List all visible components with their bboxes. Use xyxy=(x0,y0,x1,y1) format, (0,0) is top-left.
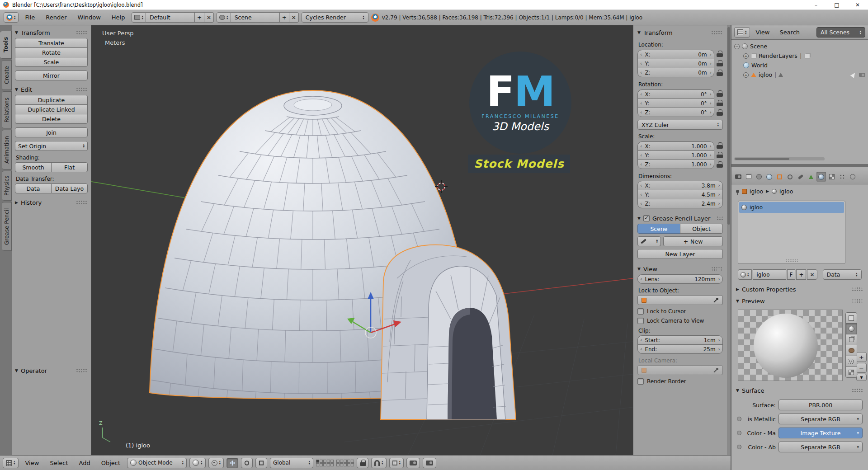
opengl-render-button[interactable] xyxy=(406,458,420,468)
grease-scene-tab[interactable]: Scene xyxy=(637,224,680,234)
expand-icon[interactable]: + xyxy=(743,72,749,78)
lock-icon[interactable] xyxy=(717,142,723,149)
tab-relations[interactable]: Relations xyxy=(2,91,12,128)
panel-grip-icon[interactable] xyxy=(852,388,863,393)
layers-widget-right[interactable] xyxy=(336,460,354,466)
rotation-x-field[interactable]: ‹X:0°› xyxy=(637,89,714,99)
material-name-field[interactable]: igloo xyxy=(753,269,786,280)
menu-view[interactable]: View xyxy=(752,29,774,36)
panel-history-header[interactable]: ▶ History xyxy=(15,197,88,208)
rotation-y-field[interactable]: ‹Y:0°› xyxy=(637,99,714,108)
outliner-row-scene[interactable]: − Scene xyxy=(731,42,868,51)
lens-field[interactable]: ‹Lens:120mm› xyxy=(637,274,723,284)
npanel-scrollbar[interactable] xyxy=(727,25,731,455)
delete-button[interactable]: Delete xyxy=(15,114,88,124)
panel-grip-icon[interactable] xyxy=(711,30,723,35)
tab-create[interactable]: Create xyxy=(2,60,12,90)
tab-physics-icon[interactable] xyxy=(848,172,857,182)
add-material-button[interactable]: + xyxy=(796,269,806,280)
panel-custom-properties-header[interactable]: ▶ Custom Properties xyxy=(731,283,868,295)
lock-icon[interactable] xyxy=(717,90,723,97)
tab-world-icon[interactable] xyxy=(764,172,774,182)
screen-layout-field[interactable]: Default xyxy=(146,12,195,23)
manipulator-translate-toggle[interactable] xyxy=(226,458,238,468)
close-button[interactable]: ✕ xyxy=(847,0,868,9)
panel-preview-header[interactable]: ▼ Preview xyxy=(731,295,868,307)
grease-new-button[interactable]: + New xyxy=(663,236,723,246)
breadcrumb-data[interactable]: igloo xyxy=(779,188,793,195)
browse-material-button[interactable]: ▴▾ xyxy=(738,269,752,280)
shade-smooth-button[interactable]: Smooth xyxy=(15,162,52,172)
join-button[interactable]: Join xyxy=(15,127,88,137)
local-camera-field[interactable] xyxy=(637,365,723,375)
menu-render[interactable]: Render xyxy=(42,14,71,21)
translate-button[interactable]: Translate xyxy=(15,38,88,48)
tab-physics[interactable]: Physics xyxy=(2,171,12,201)
opengl-render-anim-button[interactable] xyxy=(423,458,436,468)
blender-menu-button[interactable]: ▴▾ xyxy=(4,12,19,23)
panel-grip-icon[interactable] xyxy=(717,216,723,221)
minimize-button[interactable]: – xyxy=(806,0,826,9)
duplicate-button[interactable]: Duplicate xyxy=(15,95,88,105)
preview-sphere-button[interactable] xyxy=(845,323,857,334)
tab-grease-pencil[interactable]: Grease Pencil xyxy=(2,202,12,251)
viewport-canvas[interactable]: Z User Persp Meters (1) igloo FM FRANCES… xyxy=(91,25,633,455)
clip-end-field[interactable]: ‹End:25m› xyxy=(637,344,723,354)
surface-dropdown[interactable]: PBR.000 xyxy=(778,400,863,410)
panel-view-header[interactable]: ▼ View xyxy=(637,263,723,274)
data-transfer-data-button[interactable]: Data xyxy=(15,183,52,193)
menu-search[interactable]: Search xyxy=(775,29,804,36)
orientation-dropdown[interactable]: Global ▴▾ xyxy=(270,458,313,468)
scene-browse-button[interactable]: ▴▾ xyxy=(217,12,231,23)
panel-grip-icon[interactable] xyxy=(852,299,863,304)
editor-type-button[interactable]: ▴▾ xyxy=(734,27,750,38)
scene-field[interactable]: Scene xyxy=(231,12,280,23)
list-resize-grip[interactable] xyxy=(785,259,798,263)
menu-object[interactable]: Object xyxy=(97,460,124,466)
metallic-dropdown[interactable]: Separate RGB ▾ xyxy=(778,414,863,424)
igloo-tunnel[interactable] xyxy=(381,245,516,419)
panel-edit-header[interactable]: ▼ Edit xyxy=(15,84,88,95)
tab-render-icon[interactable] xyxy=(733,172,743,182)
menu-select[interactable]: Select xyxy=(46,460,72,466)
layers-widget-left[interactable] xyxy=(316,460,334,466)
lock-camera-checkbox[interactable] xyxy=(637,318,644,324)
dimension-x-field[interactable]: ‹X:3.8m› xyxy=(637,181,723,190)
eyedropper-icon[interactable] xyxy=(713,367,719,373)
tab-modifiers-icon[interactable] xyxy=(796,172,805,182)
panel-grip-icon[interactable] xyxy=(76,87,88,92)
manipulator-scale-toggle[interactable] xyxy=(255,458,267,468)
dimension-y-field[interactable]: ‹Y:4.5m› xyxy=(637,190,723,199)
new-layer-button[interactable]: New Layer xyxy=(637,249,723,259)
tab-texture-icon[interactable] xyxy=(827,172,836,182)
shade-flat-button[interactable]: Flat xyxy=(51,162,88,172)
location-z-field[interactable]: ‹Z:0m› xyxy=(637,68,714,77)
lock-icon[interactable] xyxy=(717,100,723,107)
dimension-z-field[interactable]: ‹Z:2.4m› xyxy=(637,199,723,208)
render-border-checkbox[interactable] xyxy=(637,378,644,385)
panel-grip-icon[interactable] xyxy=(76,368,88,373)
color-ma-dropdown[interactable]: Image Texture ▾ xyxy=(778,428,863,438)
panel-operator-header[interactable]: ▼ Operator xyxy=(15,365,88,376)
expand-icon[interactable]: + xyxy=(743,53,749,59)
lock-icon[interactable] xyxy=(717,161,723,168)
outliner-filter-dropdown[interactable]: All Scenes ▴▾ xyxy=(816,27,865,38)
tab-tools[interactable]: Tools xyxy=(0,31,12,59)
menu-add[interactable]: Add xyxy=(75,460,94,466)
maximize-button[interactable]: □ xyxy=(826,0,847,9)
scale-x-field[interactable]: ‹X:1.000› xyxy=(637,141,714,151)
menu-view[interactable]: View xyxy=(21,460,43,466)
scale-button[interactable]: Scale xyxy=(15,57,88,67)
preview-flat-button[interactable] xyxy=(845,312,857,324)
outliner-row-world[interactable]: World xyxy=(731,61,868,70)
snap-toggle[interactable]: ▴▾ xyxy=(371,458,387,468)
panel-transform-header[interactable]: ▼ Transform xyxy=(15,27,88,38)
tab-material-icon[interactable] xyxy=(816,172,826,182)
color-ab-dropdown[interactable]: Separate RGB ▾ xyxy=(778,442,863,452)
menu-window[interactable]: Window xyxy=(74,14,105,21)
tab-particles-icon[interactable] xyxy=(837,172,847,182)
mode-dropdown[interactable]: Object Mode ▴▾ xyxy=(127,458,187,468)
preview-hair-button[interactable] xyxy=(845,356,857,367)
location-y-field[interactable]: ‹Y:0m› xyxy=(637,59,714,68)
data-transfer-layout-button[interactable]: Data Layo xyxy=(51,183,88,193)
